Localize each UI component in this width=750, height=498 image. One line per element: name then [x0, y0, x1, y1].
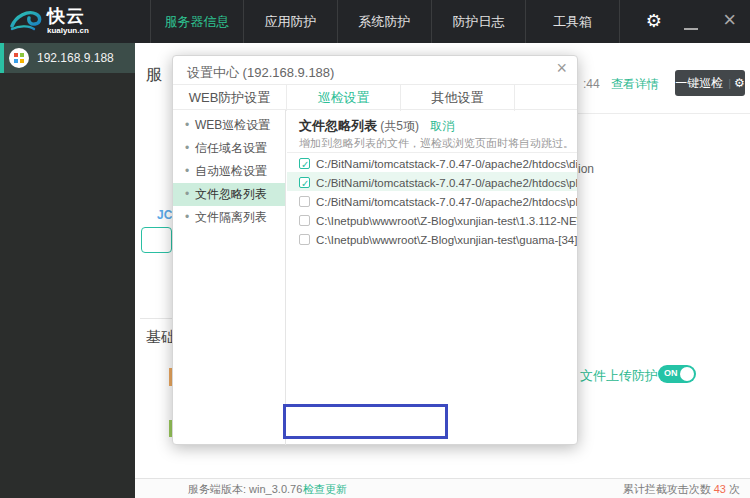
file-path: C:/BitNami/tomcatstack-7.0.47-0/apache2/… [316, 196, 577, 208]
brand-name: 快云 [47, 6, 89, 26]
menu-item-label: WEB巡检设置 [195, 118, 270, 132]
window-close-icon[interactable]: × [723, 7, 736, 33]
background-section-divider [140, 318, 172, 319]
bullet-icon: • [185, 183, 189, 206]
checkbox-unchecked-icon[interactable] [299, 215, 310, 226]
button-divider: | [728, 77, 731, 89]
cancel-link[interactable]: 取消 [430, 119, 454, 133]
menu-item-label: 信任域名设置 [195, 141, 267, 155]
checkbox-checked-icon[interactable] [299, 158, 310, 169]
toggle-knob [680, 367, 694, 381]
nav-tab-system-protection[interactable]: 系统防护 [338, 0, 432, 43]
content-description: 增加到忽略列表的文件，巡检或浏览页面时将自动跳过。 [299, 136, 574, 151]
content-header: 文件忽略列表 (共5项) 取消 [299, 117, 454, 135]
tab-other-settings[interactable]: 其他设置 [401, 85, 515, 111]
main-nav: 服务器信息 应用防护 系统防护 防护日志 工具箱 [150, 0, 620, 43]
one-key-scan-button[interactable]: 一键巡检 | ⚙ [675, 70, 745, 96]
scan-button-label: 一键巡检 [675, 75, 723, 92]
upload-protection-toggle[interactable]: ON [658, 365, 696, 383]
menu-item-label: 文件忽略列表 [195, 187, 267, 201]
sidebar-item-server[interactable]: 192.168.9.188 [0, 43, 135, 73]
dialog-close-icon[interactable]: × [556, 58, 567, 79]
checkbox-unchecked-icon[interactable] [299, 234, 310, 245]
tab-web-protection[interactable]: WEB防护设置 [173, 85, 287, 111]
brand-domain: kualyun.cn [47, 26, 89, 35]
toggle-on-label: ON [664, 368, 678, 378]
file-row[interactable]: C:/BitNami/tomcatstack-7.0.47-0/apache2/… [287, 153, 577, 172]
attack-count-unit: 次 [726, 483, 740, 495]
server-version-label: 服务端版本: win_3.0.76 [188, 482, 302, 497]
menu-item-web-scan[interactable]: •WEB巡检设置 [173, 114, 285, 137]
bullet-icon: • [185, 137, 189, 160]
titlebar: 快云 kualyun.cn 服务器信息 应用防护 系统防护 防护日志 工具箱 ⚙… [0, 0, 750, 43]
view-details-link[interactable]: 查看详情 [611, 76, 659, 93]
settings-gear-icon[interactable]: ⚙ [646, 11, 662, 31]
file-path: C:/BitNami/tomcatstack-7.0.47-0/apache2/… [316, 177, 577, 189]
file-row[interactable]: C:/BitNami/tomcatstack-7.0.47-0/apache2/… [287, 172, 577, 191]
dialog-tabs: WEB防护设置 巡检设置 其他设置 [173, 84, 577, 110]
menu-item-file-ignore-list[interactable]: •文件忽略列表 [173, 183, 285, 206]
bullet-icon: • [185, 160, 189, 183]
file-ignore-list: C:/BitNami/tomcatstack-7.0.47-0/apache2/… [287, 152, 577, 248]
background-divider [578, 113, 750, 114]
file-path: C:/BitNami/tomcatstack-7.0.47-0/apache2/… [316, 158, 577, 170]
selected-accent-bar [0, 43, 4, 73]
menu-item-label: 自动巡检设置 [195, 164, 267, 178]
content-count: (共5项) [380, 119, 419, 133]
background-outlined-box [141, 227, 172, 253]
file-path: C:\Inetpub\wwwroot\Z-Blog\xunjian-test\g… [316, 234, 577, 246]
scan-time-partial: :44 [583, 77, 600, 91]
nav-tab-protection-log[interactable]: 防护日志 [432, 0, 526, 43]
dialog-side-menu: •WEB巡检设置 •信任域名设置 •自动巡检设置 •文件忽略列表 •文件隔离列表 [173, 110, 286, 445]
settings-dialog: 设置中心 (192.168.9.188) × WEB防护设置 巡检设置 其他设置… [172, 55, 578, 445]
upload-protection-label: 文件上传防护 [580, 367, 658, 385]
attack-counter-label: 累计拦截攻击次数 [623, 483, 714, 495]
tab-scan-settings[interactable]: 巡检设置 [287, 85, 401, 111]
file-row[interactable]: C:\Inetpub\wwwroot\Z-Blog\xunjian-test\1… [287, 210, 577, 229]
menu-item-auto-scan[interactable]: •自动巡检设置 [173, 160, 285, 183]
kuaiyun-logo-icon [10, 8, 44, 35]
status-bar: 服务端版本: win_3.0.76 检查更新 累计拦截攻击次数 43 次 [135, 478, 750, 498]
checkbox-checked-icon[interactable] [299, 177, 310, 188]
file-row[interactable]: C:/BitNami/tomcatstack-7.0.47-0/apache2/… [287, 191, 577, 210]
app-window: 快云 kualyun.cn 服务器信息 应用防护 系统防护 防护日志 工具箱 ⚙… [0, 0, 750, 498]
file-row[interactable]: C:\Inetpub\wwwroot\Z-Blog\xunjian-test\g… [287, 229, 577, 248]
scan-settings-gear-icon[interactable]: ⚙ [734, 76, 745, 90]
file-path: C:\Inetpub\wwwroot\Z-Blog\xunjian-test\1… [316, 215, 577, 227]
bullet-icon: • [185, 206, 189, 229]
menu-item-label: 文件隔离列表 [195, 210, 267, 224]
nav-tab-app-protection[interactable]: 应用防护 [244, 0, 338, 43]
nav-tab-server-info[interactable]: 服务器信息 [150, 0, 244, 43]
attack-count-value: 43 [714, 483, 726, 495]
attack-counter: 累计拦截攻击次数 43 次 [623, 482, 740, 497]
background-jc-label: JC [157, 208, 172, 222]
windows-os-icon [9, 48, 29, 68]
check-update-link[interactable]: 检查更新 [303, 482, 347, 497]
dialog-content: 文件忽略列表 (共5项) 取消 增加到忽略列表的文件，巡检或浏览页面时将自动跳过… [287, 110, 577, 445]
page-heading-partial: 服 [146, 65, 162, 86]
server-sidebar: 192.168.9.188 [0, 43, 135, 498]
brand-text: 快云 kualyun.cn [47, 6, 89, 35]
bullet-icon: • [185, 114, 189, 137]
server-ip-label: 192.168.9.188 [37, 43, 114, 73]
nav-tab-toolbox[interactable]: 工具箱 [526, 0, 620, 43]
checkbox-unchecked-icon[interactable] [299, 196, 310, 207]
minimize-button[interactable] [684, 28, 698, 30]
menu-item-trusted-domain[interactable]: •信任域名设置 [173, 137, 285, 160]
dialog-title: 设置中心 (192.168.9.188) [187, 64, 334, 82]
menu-item-file-quarantine-list[interactable]: •文件隔离列表 [173, 206, 285, 229]
content-title: 文件忽略列表 [299, 118, 377, 133]
background-text-partial: ion [578, 162, 594, 176]
